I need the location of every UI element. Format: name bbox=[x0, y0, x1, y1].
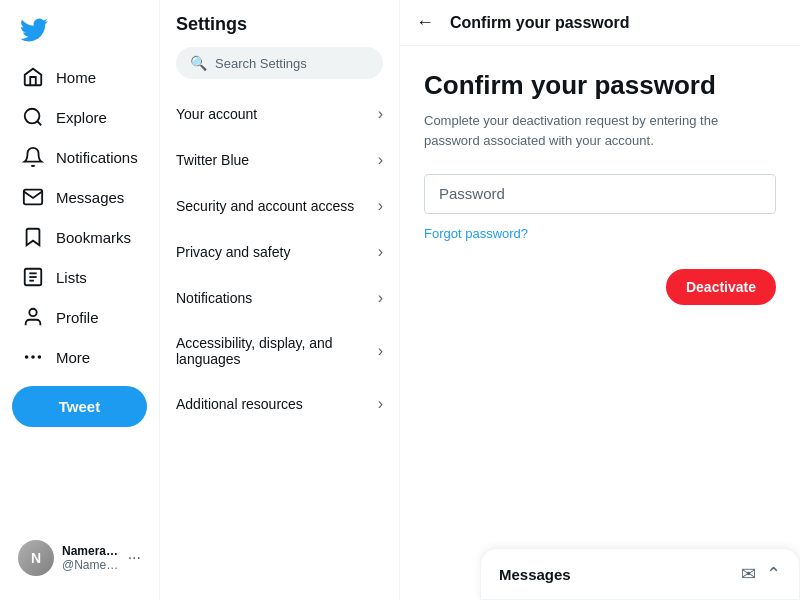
confirm-header-title: Confirm your password bbox=[450, 14, 630, 32]
more-icon bbox=[22, 346, 44, 368]
settings-item-privacy[interactable]: Privacy and safety › bbox=[160, 229, 399, 275]
profile-text: Namerah Saud Fat.... @NamerahS bbox=[62, 544, 120, 572]
chevron-right-icon: › bbox=[378, 197, 383, 215]
profile-name: Namerah Saud Fat.... bbox=[62, 544, 120, 558]
list-icon bbox=[22, 266, 44, 288]
confirm-header: ← Confirm your password bbox=[400, 0, 800, 46]
svg-point-8 bbox=[26, 356, 28, 358]
sidebar-item-more[interactable]: More bbox=[12, 338, 147, 376]
sidebar: Home Explore Notifications bbox=[0, 0, 160, 600]
sidebar-item-home[interactable]: Home bbox=[12, 58, 147, 96]
twitter-logo[interactable] bbox=[20, 16, 147, 48]
settings-item-twitter-blue-label: Twitter Blue bbox=[176, 152, 249, 168]
sidebar-item-messages[interactable]: Messages bbox=[12, 178, 147, 216]
bookmark-icon bbox=[22, 226, 44, 248]
sidebar-item-home-label: Home bbox=[56, 69, 96, 86]
settings-item-privacy-label: Privacy and safety bbox=[176, 244, 290, 260]
sidebar-item-explore-label: Explore bbox=[56, 109, 107, 126]
collapse-messages-icon[interactable]: ⌃ bbox=[766, 563, 781, 585]
settings-item-your-account[interactable]: Your account › bbox=[160, 91, 399, 137]
svg-point-7 bbox=[39, 356, 41, 358]
deactivate-button-row: Deactivate bbox=[424, 269, 776, 305]
settings-item-notifications[interactable]: Notifications › bbox=[160, 275, 399, 321]
sidebar-item-notifications[interactable]: Notifications bbox=[12, 138, 147, 176]
search-settings-input[interactable] bbox=[215, 56, 369, 71]
forgot-password-link[interactable]: Forgot password? bbox=[424, 226, 528, 241]
settings-item-additional[interactable]: Additional resources › bbox=[160, 381, 399, 427]
sidebar-item-more-label: More bbox=[56, 349, 90, 366]
chevron-right-icon: › bbox=[378, 395, 383, 413]
settings-item-twitter-blue[interactable]: Twitter Blue › bbox=[160, 137, 399, 183]
settings-panel: Settings 🔍 Your account › Twitter Blue ›… bbox=[160, 0, 400, 600]
sidebar-nav: Home Explore Notifications bbox=[12, 58, 147, 532]
sidebar-item-lists[interactable]: Lists bbox=[12, 258, 147, 296]
settings-item-your-account-label: Your account bbox=[176, 106, 257, 122]
password-input[interactable] bbox=[439, 185, 761, 202]
mail-icon bbox=[22, 186, 44, 208]
sidebar-item-lists-label: Lists bbox=[56, 269, 87, 286]
sidebar-item-notifications-label: Notifications bbox=[56, 149, 138, 166]
confirm-panel: ← Confirm your password Confirm your pas… bbox=[400, 0, 800, 600]
bell-icon bbox=[22, 146, 44, 168]
settings-item-notifications-label: Notifications bbox=[176, 290, 252, 306]
tweet-button[interactable]: Tweet bbox=[12, 386, 147, 427]
settings-item-accessibility[interactable]: Accessibility, display, and languages › bbox=[160, 321, 399, 381]
search-settings-bar[interactable]: 🔍 bbox=[176, 47, 383, 79]
messages-bar-title: Messages bbox=[499, 566, 571, 583]
sidebar-item-profile[interactable]: Profile bbox=[12, 298, 147, 336]
chevron-right-icon: › bbox=[378, 151, 383, 169]
more-dots-icon[interactable]: ··· bbox=[128, 549, 141, 567]
settings-menu: Your account › Twitter Blue › Security a… bbox=[160, 91, 399, 427]
svg-point-5 bbox=[29, 309, 36, 316]
confirm-description: Complete your deactivation request by en… bbox=[424, 111, 776, 150]
profile-handle: @NamerahS bbox=[62, 558, 120, 572]
confirm-title: Confirm your password bbox=[424, 70, 776, 101]
sidebar-item-bookmarks[interactable]: Bookmarks bbox=[12, 218, 147, 256]
home-icon bbox=[22, 66, 44, 88]
settings-item-security-label: Security and account access bbox=[176, 198, 354, 214]
sidebar-item-messages-label: Messages bbox=[56, 189, 124, 206]
sidebar-item-bookmarks-label: Bookmarks bbox=[56, 229, 131, 246]
svg-point-0 bbox=[25, 109, 40, 124]
sidebar-profile[interactable]: N Namerah Saud Fat.... @NamerahS ··· bbox=[12, 532, 147, 584]
svg-point-6 bbox=[32, 356, 34, 358]
settings-item-accessibility-label: Accessibility, display, and languages bbox=[176, 335, 378, 367]
search-icon: 🔍 bbox=[190, 55, 207, 71]
chevron-right-icon: › bbox=[378, 243, 383, 261]
person-icon bbox=[22, 306, 44, 328]
messages-bar-icons: ✉ ⌃ bbox=[741, 563, 781, 585]
settings-item-additional-label: Additional resources bbox=[176, 396, 303, 412]
messages-bar[interactable]: Messages ✉ ⌃ bbox=[480, 548, 800, 600]
explore-icon bbox=[22, 106, 44, 128]
avatar: N bbox=[18, 540, 54, 576]
settings-title: Settings bbox=[160, 0, 399, 47]
sidebar-item-explore[interactable]: Explore bbox=[12, 98, 147, 136]
confirm-content: Confirm your password Complete your deac… bbox=[400, 46, 800, 329]
chevron-right-icon: › bbox=[378, 105, 383, 123]
deactivate-button[interactable]: Deactivate bbox=[666, 269, 776, 305]
settings-item-security[interactable]: Security and account access › bbox=[160, 183, 399, 229]
back-button[interactable]: ← bbox=[416, 12, 434, 33]
password-input-wrapper[interactable] bbox=[424, 174, 776, 214]
chevron-right-icon: › bbox=[378, 342, 383, 360]
compose-message-icon[interactable]: ✉ bbox=[741, 563, 756, 585]
chevron-right-icon: › bbox=[378, 289, 383, 307]
sidebar-item-profile-label: Profile bbox=[56, 309, 99, 326]
